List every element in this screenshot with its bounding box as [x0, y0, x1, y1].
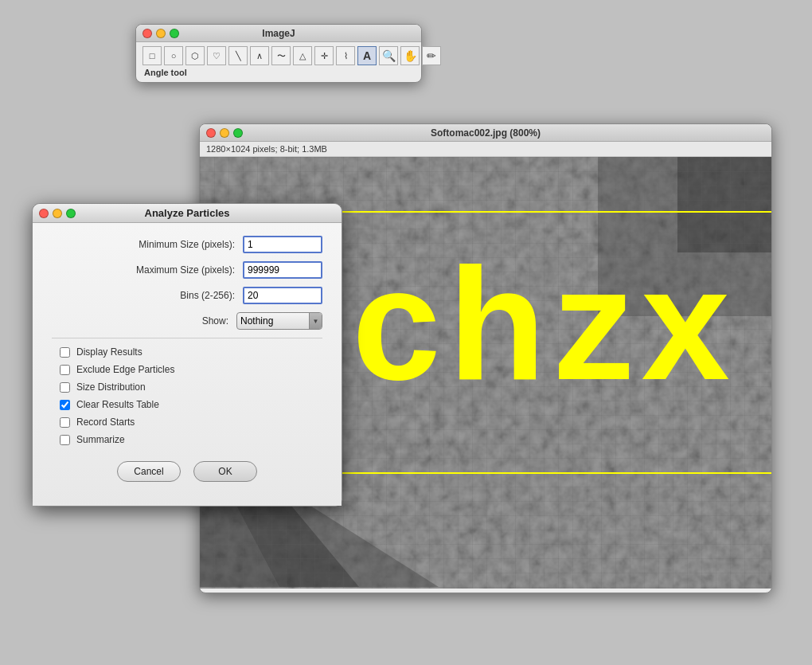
imagej-window: ImageJ □ ○ ⬡ ♡ ╲ ∧ 〜 △ ✛ ⌇ A 🔍 ✋ ✏ Angle…: [135, 24, 422, 83]
minimize-button[interactable]: [156, 29, 166, 38]
max-size-label: Maximum Size (pixels):: [52, 264, 243, 276]
clear-results-row: Clear Results Table: [52, 399, 322, 410]
scroll-tool[interactable]: ✋: [400, 46, 420, 65]
size-distribution-checkbox[interactable]: [60, 382, 70, 393]
max-size-input[interactable]: [243, 261, 322, 279]
text-tool[interactable]: A: [357, 46, 377, 65]
dialog-minimize-button[interactable]: [53, 209, 62, 218]
imagej-titlebar: ImageJ: [136, 25, 421, 42]
show-select[interactable]: Nothing Outlines Masks Ellipses Count Ma…: [237, 315, 309, 327]
polygon-tool[interactable]: ⬡: [185, 46, 205, 65]
record-starts-row: Record Starts: [52, 417, 322, 428]
select-arrow-icon: ▼: [309, 313, 322, 329]
dialog-body: Minimum Size (pixels): Maximum Size (pix…: [33, 223, 342, 506]
cancel-button[interactable]: Cancel: [117, 461, 181, 482]
show-row: Show: Nothing Outlines Masks Ellipses Co…: [52, 312, 322, 330]
image-title: Softomac002.jpg (800%): [431, 127, 541, 139]
image-minimize-button[interactable]: [220, 128, 229, 138]
image-close-button[interactable]: [206, 128, 216, 138]
bins-input[interactable]: [243, 287, 322, 304]
dialog-traffic-lights: [39, 209, 76, 218]
clear-results-checkbox[interactable]: [60, 400, 70, 410]
freehand-line-tool[interactable]: 〜: [271, 46, 291, 65]
min-size-input[interactable]: [243, 236, 322, 253]
wand-tool[interactable]: ⌇: [336, 46, 355, 65]
ok-button[interactable]: OK: [193, 461, 257, 482]
size-distribution-label: Size Distribution: [76, 381, 146, 393]
exclude-edge-label: Exclude Edge Particles: [76, 364, 174, 375]
display-results-row: Display Results: [52, 346, 322, 358]
display-results-label: Display Results: [76, 346, 142, 358]
color-picker-tool[interactable]: ✏: [422, 46, 441, 65]
bins-row: Bins (2-256):: [52, 287, 322, 304]
point-tool[interactable]: ✛: [314, 46, 334, 65]
min-size-row: Minimum Size (pixels):: [52, 236, 322, 253]
imagej-title: ImageJ: [262, 28, 295, 39]
image-traffic-lights: [206, 128, 243, 138]
oval-tool[interactable]: ○: [164, 46, 183, 65]
angle-tool[interactable]: △: [293, 46, 312, 65]
image-maximize-button[interactable]: [233, 128, 243, 138]
traffic-lights: [142, 29, 179, 38]
analyze-particles-dialog: Analyze Particles Minimum Size (pixels):…: [32, 203, 342, 507]
separator: [52, 338, 322, 338]
summarize-label: Summarize: [76, 434, 125, 445]
image-info: 1280×1024 pixels; 8-bit; 1.3MB: [200, 142, 771, 157]
dialog-titlebar: Analyze Particles: [33, 204, 342, 223]
segmented-line-tool[interactable]: ∧: [250, 46, 269, 65]
toolbar-icons: □ ○ ⬡ ♡ ╲ ∧ 〜 △ ✛ ⌇ A 🔍 ✋ ✏: [142, 46, 415, 65]
dialog-maximize-button[interactable]: [66, 209, 76, 218]
maximize-button[interactable]: [170, 29, 179, 38]
exclude-edge-checkbox[interactable]: [60, 365, 70, 375]
rectangle-tool[interactable]: □: [142, 46, 162, 65]
show-label: Show:: [52, 315, 236, 327]
zoom-tool[interactable]: 🔍: [379, 46, 398, 65]
size-distribution-row: Size Distribution: [52, 381, 322, 393]
straight-line-tool[interactable]: ╲: [228, 46, 248, 65]
summarize-row: Summarize: [52, 434, 322, 445]
dialog-title: Analyze Particles: [145, 207, 230, 219]
max-size-row: Maximum Size (pixels):: [52, 261, 322, 279]
min-size-label: Minimum Size (pixels):: [52, 239, 243, 250]
show-select-wrapper[interactable]: Nothing Outlines Masks Ellipses Count Ma…: [236, 312, 322, 330]
record-starts-checkbox[interactable]: [60, 417, 70, 428]
dialog-buttons: Cancel OK: [52, 452, 322, 493]
summarize-checkbox[interactable]: [60, 435, 70, 445]
image-titlebar: Softomac002.jpg (800%): [200, 124, 771, 142]
dialog-close-button[interactable]: [39, 209, 49, 218]
record-starts-label: Record Starts: [76, 417, 135, 428]
clear-results-label: Clear Results Table: [76, 399, 159, 410]
bins-label: Bins (2-256):: [52, 290, 243, 301]
toolbar-body: □ ○ ⬡ ♡ ╲ ∧ 〜 △ ✛ ⌇ A 🔍 ✋ ✏ Angle tool: [136, 42, 421, 82]
close-button[interactable]: [142, 29, 152, 38]
display-results-checkbox[interactable]: [60, 347, 70, 358]
freehand-tool[interactable]: ♡: [207, 46, 226, 65]
exclude-edge-row: Exclude Edge Particles: [52, 364, 322, 375]
tool-label: Angle tool: [142, 68, 415, 77]
